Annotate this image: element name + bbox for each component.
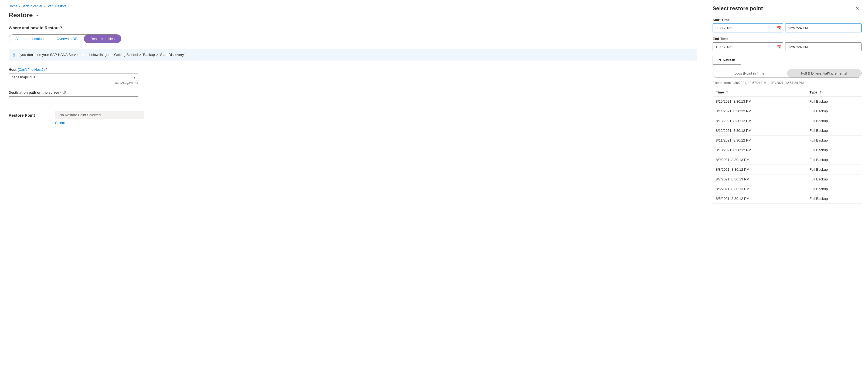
row-type: Full Backup [806, 165, 862, 174]
row-time: 8/10/2021, 8:30:12 PM [713, 145, 806, 155]
row-type: Full Backup [806, 184, 862, 194]
table-header-row: Time ⇅ Type ⇅ [713, 88, 862, 97]
page-title: Restore [9, 11, 33, 19]
tab-overwrite-db[interactable]: Overwrite DB [50, 34, 84, 43]
start-date-input[interactable] [713, 24, 783, 32]
restore-point-section: Restore Point No Restore Point Selected … [9, 111, 697, 125]
no-restore-point-text: No Restore Point Selected [55, 111, 144, 119]
table-row[interactable]: 8/9/2021, 8:30:13 PM Full Backup [713, 155, 862, 165]
table-row[interactable]: 8/15/2021, 8:30:13 PM Full Backup [713, 97, 862, 106]
row-type: Full Backup [806, 126, 862, 136]
start-date-wrapper: 📅 [713, 24, 783, 32]
table-row[interactable]: 8/10/2021, 8:30:12 PM Full Backup [713, 145, 862, 155]
host-label: Host (Can't find Host?) * [9, 67, 697, 72]
refresh-button[interactable]: ↻ Refresh [713, 56, 741, 64]
host-select[interactable]: hanasnapcvt01 [9, 73, 138, 81]
filter-info: Filtered from 3/30/2021, 12:57:24 PM - 1… [713, 81, 862, 85]
row-time: 8/8/2021, 8:30:12 PM [713, 165, 806, 174]
time-sort-icon: ⇅ [726, 91, 728, 94]
tab-restore-as-files[interactable]: Restore as files [84, 34, 121, 43]
end-date-wrapper: 📅 [713, 43, 783, 51]
restore-points-table: Time ⇅ Type ⇅ 8/15/2021, 8:30:13 PM Full… [713, 88, 862, 204]
destination-field-group: Destination path on the server * ⓘ [9, 90, 697, 104]
select-restore-point-link[interactable]: Select [55, 121, 144, 125]
breadcrumb-start-restore: Start: Restore [47, 4, 67, 8]
breadcrumb-sep-1: › [19, 4, 20, 8]
row-time: 8/7/2021, 8:30:13 PM [713, 174, 806, 184]
start-time-input[interactable] [785, 24, 862, 32]
breadcrumb-backup-center[interactable]: Backup center [22, 4, 42, 8]
row-time: 8/5/2021, 8:30:12 PM [713, 194, 806, 204]
left-panel: Home › Backup center › Start: Restore › … [0, 0, 706, 366]
more-options-button[interactable]: ··· [35, 12, 39, 18]
table-row[interactable]: 8/6/2021, 8:30:13 PM Full Backup [713, 184, 862, 194]
row-time: 8/15/2021, 8:30:13 PM [713, 97, 806, 106]
refresh-icon: ↻ [718, 58, 721, 62]
close-panel-button[interactable]: ✕ [853, 4, 862, 12]
breadcrumb-sep-3: › [68, 4, 69, 8]
row-type: Full Backup [806, 136, 862, 145]
restore-table-body: 8/15/2021, 8:30:13 PM Full Backup 8/14/2… [713, 97, 862, 204]
row-type: Full Backup [806, 194, 862, 204]
table-row[interactable]: 8/13/2021, 8:30:12 PM Full Backup [713, 116, 862, 126]
row-type: Full Backup [806, 106, 862, 116]
restore-tab-group: Alternate Location Overwrite DB Restore … [9, 34, 121, 43]
info-banner-text: If you don't see your SAP HANA Server in… [18, 52, 185, 58]
destination-label: Destination path on the server * ⓘ [9, 90, 697, 95]
end-date-input[interactable] [713, 43, 783, 51]
breadcrumb-sep-2: › [44, 4, 45, 8]
table-row[interactable]: 8/7/2021, 8:30:13 PM Full Backup [713, 174, 862, 184]
row-time: 8/6/2021, 8:30:13 PM [713, 184, 806, 194]
page-title-row: Restore ··· [9, 11, 697, 19]
cant-find-host-link[interactable]: (Can't find Host?) [18, 67, 45, 72]
row-time: 8/11/2021, 8:30:12 PM [713, 136, 806, 145]
table-row[interactable]: 8/8/2021, 8:30:12 PM Full Backup [713, 165, 862, 174]
view-toggle-group: Logs (Point in Time) Full & Differential… [713, 69, 862, 78]
refresh-label: Refresh [723, 58, 735, 62]
destination-label-text: Destination path on the server [9, 90, 59, 94]
toggle-logs[interactable]: Logs (Point in Time) [713, 69, 787, 78]
host-hint: HanaSnapCVT01 [9, 82, 138, 85]
start-time-label: Start Time [713, 18, 862, 22]
info-banner: ℹ If you don't see your SAP HANA Server … [9, 49, 697, 61]
destination-input[interactable] [9, 96, 138, 104]
right-panel: Select restore point ✕ Start Time 📅 End … [706, 0, 868, 366]
restore-point-value: No Restore Point Selected Select [55, 111, 144, 125]
breadcrumb-home[interactable]: Home [9, 4, 17, 8]
tab-alternate-location[interactable]: Alternate Location [9, 34, 50, 43]
end-time-row: 📅 [713, 43, 862, 51]
start-time-group: Start Time 📅 [713, 18, 862, 32]
restore-point-label: Restore Point [9, 113, 46, 117]
info-icon: ℹ [13, 52, 15, 58]
table-row[interactable]: 8/14/2021, 8:30:12 PM Full Backup [713, 106, 862, 116]
table-row[interactable]: 8/12/2021, 8:30:12 PM Full Backup [713, 126, 862, 136]
end-time-input[interactable] [785, 43, 862, 51]
destination-required-star: * [60, 90, 62, 94]
panel-header: Select restore point ✕ [713, 4, 862, 12]
host-field-group: Host (Can't find Host?) * hanasnapcvt01 … [9, 67, 697, 85]
host-required-star: * [46, 67, 47, 72]
section-heading: Where and how to Restore? [9, 25, 697, 30]
destination-info-icon[interactable]: ⓘ [63, 90, 66, 95]
refresh-btn-wrapper: ↻ Refresh [713, 56, 862, 69]
host-label-text: Host [9, 67, 17, 72]
table-row[interactable]: 8/5/2021, 8:30:12 PM Full Backup [713, 194, 862, 204]
end-time-group: End Time 📅 [713, 37, 862, 51]
row-time: 8/14/2021, 8:30:12 PM [713, 106, 806, 116]
row-type: Full Backup [806, 97, 862, 106]
col-header-time[interactable]: Time ⇅ [713, 88, 806, 97]
row-time: 8/13/2021, 8:30:12 PM [713, 116, 806, 126]
breadcrumb: Home › Backup center › Start: Restore › [9, 4, 697, 8]
table-row[interactable]: 8/11/2021, 8:30:12 PM Full Backup [713, 136, 862, 145]
toggle-full-differential[interactable]: Full & Differential/Incremental [787, 69, 861, 78]
panel-title: Select restore point [713, 5, 763, 11]
row-type: Full Backup [806, 116, 862, 126]
start-time-row: 📅 [713, 24, 862, 32]
row-time: 8/12/2021, 8:30:12 PM [713, 126, 806, 136]
row-time: 8/9/2021, 8:30:13 PM [713, 155, 806, 165]
end-time-label: End Time [713, 37, 862, 41]
host-select-wrapper: hanasnapcvt01 ▾ [9, 73, 138, 81]
row-type: Full Backup [806, 145, 862, 155]
col-header-type[interactable]: Type ⇅ [806, 88, 862, 97]
type-sort-icon: ⇅ [819, 91, 822, 94]
